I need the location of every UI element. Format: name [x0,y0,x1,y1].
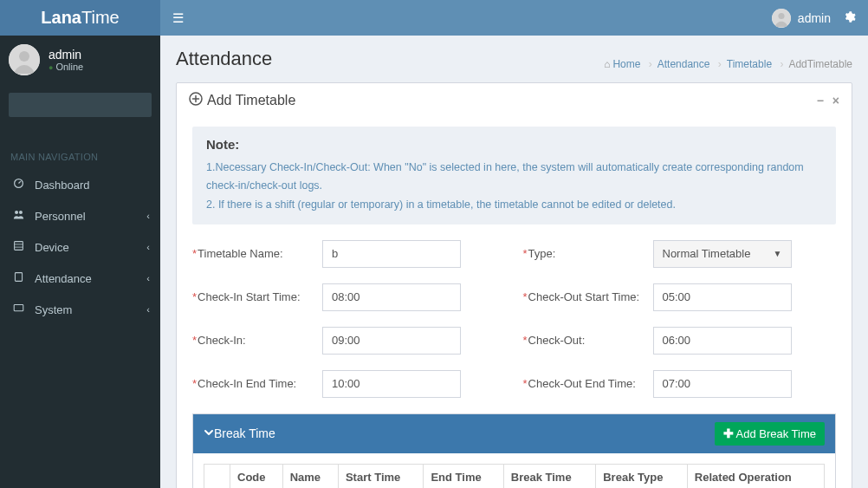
col-start: Start Time [338,464,424,488]
svg-rect-8 [15,273,22,282]
timetable-name-input[interactable] [322,240,461,268]
nav-icon [10,303,26,316]
add-break-time-button[interactable]: ✚ Add Break Time [715,422,826,446]
timetable-name-label: *Timetable Name: [192,247,322,260]
brand-logo[interactable]: LanaTime [0,0,160,36]
plus-circle-icon [189,92,203,109]
breadcrumb-timetable[interactable]: Timetable [727,58,772,70]
nav-label: Attendance [35,272,92,285]
break-table: Code Name Start Time End Time Break Time… [204,464,825,488]
breadcrumb-current: AddTimetable [788,58,852,70]
checkout-start-label: *Check-Out Start Time: [523,290,653,303]
nav-icon [10,209,26,223]
chevron-left-icon: ‹ [146,242,150,252]
break-panel-title: Break Time [214,426,275,440]
checkin-start-input[interactable] [322,283,461,311]
avatar[interactable] [9,44,40,75]
panel-title: Add Timetable [207,93,295,108]
home-icon: ⌂ [604,58,610,70]
page-title: Attendance [176,48,272,70]
gear-icon[interactable] [843,10,856,26]
checkin-end-input[interactable] [322,370,461,398]
checkout-input[interactable] [653,327,792,355]
breadcrumb-home[interactable]: Home [612,58,640,70]
sidebar-item-dashboard[interactable]: Dashboard [0,169,160,200]
brand-b: Time [81,8,120,27]
svg-point-3 [15,211,18,214]
sidebar: LanaTime admin ●Online MAIN NAVIGATION D… [0,0,160,488]
plus-icon: ✚ [723,427,734,439]
sidebar-user-status: ●Online [49,62,83,72]
nav-label: Personnel [35,210,86,223]
col-checkbox [204,464,230,488]
avatar-icon [772,9,791,28]
chevron-down-icon: ▼ [774,249,782,258]
breadcrumb-attendance[interactable]: Attendance [657,58,710,70]
checkout-start-input[interactable] [653,283,792,311]
note-line-1: 1.Necessary Check-In/Check-Out: When "No… [206,159,822,196]
col-name: Name [282,464,338,488]
svg-point-1 [19,51,29,62]
note-box: Note: 1.Necessary Check-In/Check-Out: Wh… [192,127,836,224]
sidebar-item-device[interactable]: Device‹ [0,231,160,263]
note-title: Note: [206,137,822,152]
col-code: Code [230,464,283,488]
topbar: ☰ admin [160,0,868,36]
checkout-end-input[interactable] [653,370,792,398]
add-break-time-label: Add Break Time [736,427,817,440]
checkin-input[interactable] [322,327,461,355]
svg-point-11 [778,12,784,18]
col-operation: Related Operation [687,464,824,488]
svg-rect-5 [14,242,23,251]
nav-label: System [35,303,72,316]
nav-icon [10,271,26,285]
brand-a: Lana [41,8,81,27]
checkin-end-label: *Check-In End Time: [192,377,322,390]
break-panel-toggle[interactable]: Break Time [204,426,275,440]
sidebar-user-name: admin [49,48,83,62]
sidebar-item-attendance[interactable]: Attendance‹ [0,263,160,294]
nav-label: Device [35,241,69,254]
nav-header: MAIN NAVIGATION [0,143,160,169]
topbar-username: admin [798,11,831,25]
svg-rect-9 [14,304,23,310]
chevron-left-icon: ‹ [146,211,150,221]
col-break-type: Break Type [596,464,688,488]
col-end: End Time [424,464,503,488]
checkout-end-label: *Check-Out End Time: [523,377,653,390]
close-icon[interactable]: × [832,94,839,107]
minimize-icon[interactable]: − [817,94,824,107]
breadcrumb: ⌂Home ›Attendance ›Timetable ›AddTimetab… [604,58,852,70]
menu-toggle-icon[interactable]: ☰ [172,10,184,26]
break-time-panel: Break Time ✚ Add Break Time [192,413,836,488]
chevron-left-icon: ‹ [146,304,150,315]
sidebar-search [0,84,160,143]
sidebar-item-personnel[interactable]: Personnel‹ [0,200,160,231]
checkin-start-label: *Check-In Start Time: [192,290,322,303]
nav-icon [10,178,26,192]
type-select-value: Normal Timetable [663,247,751,260]
topbar-user[interactable]: admin [772,9,831,28]
col-break-time: Break Time [503,464,595,488]
note-line-2: 2. If there is a shift (regular or tempo… [206,196,822,214]
nav-icon [10,240,26,254]
chevron-down-icon [204,427,214,440]
add-timetable-panel: Add Timetable − × Note: 1.Necessary Chec… [176,82,852,488]
sidebar-search-input[interactable] [9,93,152,117]
chevron-left-icon: ‹ [146,273,150,283]
type-select[interactable]: Normal Timetable ▼ [653,240,792,268]
nav-label: Dashboard [35,179,90,192]
type-label: *Type: [523,247,653,260]
sidebar-user-panel: admin ●Online [0,36,160,84]
svg-point-4 [18,211,22,214]
sidebar-item-system[interactable]: System‹ [0,294,160,325]
checkin-label: *Check-In: [192,334,322,347]
checkout-label: *Check-Out: [523,334,653,347]
